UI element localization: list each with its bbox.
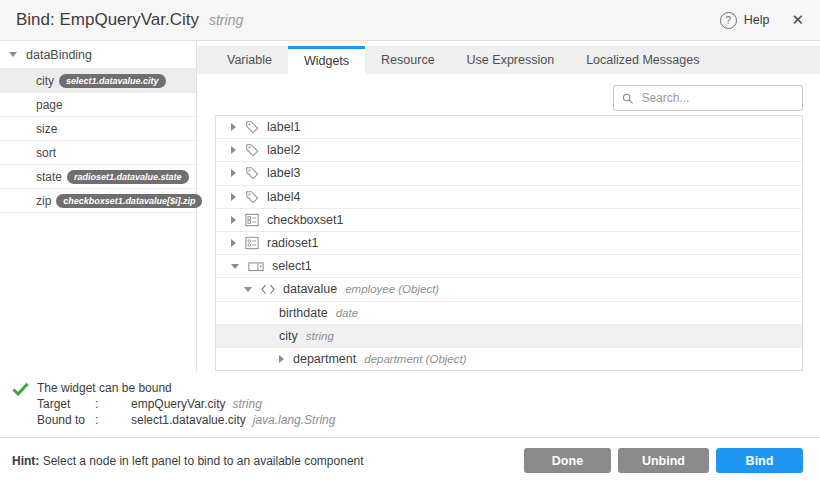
tree-row-city[interactable]: city string [216,325,802,348]
binding-row-state[interactable]: state radioset1.datavalue.state [0,164,196,188]
binding-label: state [36,170,62,184]
tab-bar: Variable Widgets Resource Use Expression… [197,46,820,74]
search-input[interactable] [639,90,794,106]
tree-row-label3[interactable]: label3 [216,162,802,185]
dialog-title: Bind: EmpQueryVar.City [16,10,199,30]
checkboxset-icon [245,213,259,227]
dialog-footer: Hint: Select a node in left panel to bin… [0,438,820,491]
tree-node-label: checkboxset1 [267,213,343,227]
hint-label: Hint: [12,454,39,468]
tab-variable[interactable]: Variable [211,46,288,74]
binding-badge: radioset1.datavalue.state [67,170,189,184]
tag-icon [245,143,259,157]
done-button[interactable]: Done [524,448,611,473]
status-label: Bound to [37,412,95,428]
binding-badge: checkboxset1.datavalue[$i].zip [56,194,202,208]
hint-body: Select a node in left panel to bind to a… [43,454,364,468]
tag-icon [245,120,259,134]
unbind-button[interactable]: Unbind [618,448,709,473]
help-button[interactable]: Help [744,13,770,27]
chevron-down-icon[interactable] [231,264,239,269]
tag-icon [245,166,259,180]
code-icon [261,284,275,295]
chevron-right-icon[interactable] [231,146,236,154]
tab-localized-messages[interactable]: Localized Messages [570,46,715,74]
tree-node-label: datavalue [283,282,337,296]
tree-row-label4[interactable]: label4 [216,186,802,209]
tree-node-label: select1 [272,259,312,273]
check-icon [12,382,29,428]
tree-row-label1[interactable]: label1 [216,116,802,139]
binding-badge: select1.datavalue.city [59,74,166,88]
chevron-right-icon[interactable] [231,239,236,247]
tree-node-label: label2 [267,143,300,157]
bind-dialog: Bind: EmpQueryVar.City string ? Help ✕ d… [0,0,820,491]
binding-row-size[interactable]: size [0,116,196,140]
dialog-header: Bind: EmpQueryVar.City string ? Help ✕ [0,0,820,41]
tree-root-databinding[interactable]: dataBinding [0,41,196,68]
search-icon [622,92,633,105]
tree-node-type: department (Object) [364,353,466,365]
tab-use-expression[interactable]: Use Expression [451,46,571,74]
chevron-right-icon[interactable] [231,169,236,177]
tree-node-type: string [306,330,334,342]
binding-row-page[interactable]: page [0,92,196,116]
tree-node-label: label3 [267,166,300,180]
tree-node-label: radioset1 [267,236,318,250]
tree-node-label: city [279,329,298,343]
binding-label: size [36,122,57,136]
radioset-icon [245,236,259,250]
binding-label: zip [36,194,51,208]
chevron-right-icon[interactable] [231,193,236,201]
bind-status: The widget can be bound Target : empQuer… [0,372,820,438]
status-value-type: string [232,396,261,412]
binding-row-sort[interactable]: sort [0,140,196,164]
status-label: Target [37,396,95,412]
data-binding-panel: dataBinding city select1.datavalue.city … [0,41,197,372]
tree-node-label: department [293,352,356,366]
binding-label: page [36,98,63,112]
chevron-right-icon[interactable] [231,216,236,224]
chevron-right-icon[interactable] [231,123,236,131]
tree-row-checkboxset1[interactable]: checkboxset1 [216,209,802,232]
chevron-down-icon[interactable] [244,287,252,292]
status-value: empQueryVar.city [131,396,225,412]
tree-row-birthdate[interactable]: birthdate date [216,302,802,325]
status-colon: : [95,396,131,412]
tag-icon [245,190,259,204]
dialog-title-type: string [209,12,243,28]
tree-row-radioset1[interactable]: radioset1 [216,232,802,255]
widget-tree: label1 label2 label3 label4 [215,115,803,371]
search-box [613,85,803,111]
tree-row-select1[interactable]: select1 [216,255,802,278]
tree-node-type: date [336,307,358,319]
tree-node-label: birthdate [279,306,328,320]
bind-button[interactable]: Bind [716,448,803,473]
status-value-type: java.lang.String [253,412,336,428]
status-boundto-row: Bound to : select1.datavalue.city java.l… [37,412,335,428]
tab-resource[interactable]: Resource [365,46,451,74]
select-icon [248,260,264,273]
status-target-row: Target : empQueryVar.city string [37,396,335,412]
tree-node-label: label1 [267,120,300,134]
status-message: The widget can be bound [37,380,335,396]
binding-row-zip[interactable]: zip checkboxset1.datavalue[$i].zip [0,188,196,213]
tree-row-datavalue[interactable]: datavalue employee (Object) [216,278,802,301]
close-icon[interactable]: ✕ [791,11,804,29]
binding-label: sort [36,146,56,160]
binding-row-city[interactable]: city select1.datavalue.city [0,68,196,92]
chevron-down-icon[interactable] [9,52,17,57]
help-icon[interactable]: ? [720,12,737,29]
status-value: select1.datavalue.city [131,412,246,428]
status-colon: : [95,412,131,428]
tree-node-type: employee (Object) [345,283,439,295]
binding-label: city [36,74,54,88]
hint-text: Hint: Select a node in left panel to bin… [12,454,364,468]
tree-node-label: label4 [267,190,300,204]
tab-widgets[interactable]: Widgets [288,46,365,74]
chevron-right-icon[interactable] [279,355,284,363]
tree-row-department[interactable]: department department (Object) [216,348,802,371]
root-label: dataBinding [26,48,92,62]
tree-row-label2[interactable]: label2 [216,139,802,162]
